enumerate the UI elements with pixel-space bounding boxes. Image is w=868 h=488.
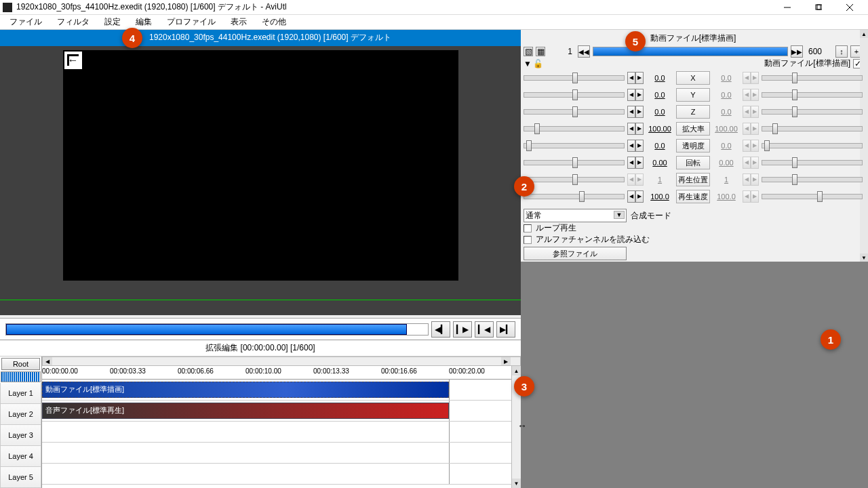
param-name-button[interactable]: 拡大率	[676, 122, 710, 136]
param-dec-l[interactable]: ◀	[627, 140, 635, 152]
root-button[interactable]: Root	[1, 358, 40, 370]
param-dec-l[interactable]: ◀	[627, 157, 635, 169]
param-slider-l[interactable]	[524, 109, 625, 115]
param-value-l[interactable]: 0.0	[646, 142, 673, 150]
param-name-button[interactable]: X	[676, 71, 710, 85]
param-value-r[interactable]: 0.0	[713, 108, 740, 116]
prev-frame-button[interactable]: ◀▎	[431, 321, 450, 338]
menu-file[interactable]: ファイル	[3, 15, 49, 29]
param-slider-l[interactable]	[524, 126, 625, 131]
param-inc-r[interactable]: ▶	[751, 106, 759, 118]
param-slider-l[interactable]	[524, 143, 625, 148]
alpha-checkbox[interactable]	[524, 236, 532, 244]
menu-settings[interactable]: 設定	[98, 15, 127, 29]
param-slider-r[interactable]	[762, 160, 863, 165]
menu-other[interactable]: その他	[255, 15, 293, 29]
param-dec-l[interactable]: ◀	[627, 190, 635, 203]
param-value-l[interactable]: 100.00	[646, 125, 673, 133]
param-slider-r[interactable]	[762, 92, 863, 98]
menu-filter[interactable]: フィルタ	[50, 15, 96, 29]
param-inc-l[interactable]: ▶	[635, 140, 644, 152]
track-row-4[interactable]	[42, 443, 521, 464]
param-inc-r[interactable]: ▶	[751, 190, 759, 203]
timeline-scroll-h[interactable]: ◀ ▶	[42, 357, 521, 366]
video-clip[interactable]: 動画ファイル[標準描画]	[42, 382, 449, 398]
param-value-l[interactable]: 100.0	[646, 192, 673, 201]
param-value-l[interactable]: 0.0	[646, 108, 673, 116]
frame-end[interactable]: 600	[806, 47, 833, 56]
layer-label-5[interactable]: Layer 5	[0, 467, 41, 488]
go-end-button[interactable]: ▶▎	[496, 321, 515, 338]
param-value-r[interactable]: 100.0	[713, 192, 740, 201]
param-inc-r[interactable]: ▶	[751, 89, 759, 101]
loop-checkbox[interactable]	[524, 224, 532, 232]
param-inc-l[interactable]: ▶	[635, 106, 644, 118]
param-slider-l[interactable]	[524, 75, 625, 81]
lock-icon[interactable]: 🔓	[533, 59, 543, 68]
param-slider-r[interactable]	[762, 75, 863, 81]
param-dec-r[interactable]: ◀	[743, 190, 751, 203]
param-inc-l[interactable]: ▶	[635, 89, 644, 101]
layer-label-3[interactable]: Layer 3	[0, 425, 41, 446]
param-inc-l[interactable]: ▶	[635, 190, 644, 203]
scroll-left-icon[interactable]: ◀	[43, 357, 52, 365]
param-name-button[interactable]: 再生速度	[676, 190, 710, 203]
param-inc-l[interactable]: ▶	[635, 157, 644, 169]
filter-toggle-icon[interactable]: ▧	[524, 47, 533, 56]
track-row-1[interactable]: 動画ファイル[標準描画]	[42, 380, 521, 401]
reference-file-button[interactable]: 参照ファイル	[524, 247, 627, 260]
menu-edit[interactable]: 編集	[129, 15, 159, 29]
layer-label-4[interactable]: Layer 4	[0, 446, 41, 467]
track-row-5[interactable]	[42, 464, 521, 485]
param-value-r[interactable]: 1	[713, 176, 740, 184]
param-dec-r[interactable]: ◀	[743, 174, 751, 186]
preview-video[interactable]: ←	[63, 50, 458, 281]
param-slider-r[interactable]	[762, 194, 863, 199]
param-dec-r[interactable]: ◀	[743, 72, 751, 84]
param-inc-l[interactable]: ▶	[635, 174, 644, 186]
frame-start[interactable]: 1	[548, 47, 575, 56]
minimize-button[interactable]	[772, 0, 803, 15]
param-value-l[interactable]: 1	[646, 176, 673, 184]
param-value-l[interactable]: 0.00	[646, 159, 673, 167]
timeline-zoom-slider[interactable]	[1, 371, 41, 382]
layer-label-1[interactable]: Layer 1	[0, 383, 41, 404]
frame-slider[interactable]	[593, 47, 788, 56]
param-name-button[interactable]: 透明度	[676, 139, 710, 152]
param-value-r[interactable]: 0.0	[713, 74, 740, 82]
param-inc-r[interactable]: ▶	[751, 157, 759, 169]
param-dec-r[interactable]: ◀	[743, 123, 751, 135]
audio-clip[interactable]: 音声ファイル[標準再生]	[42, 403, 449, 419]
track-row-2[interactable]: 音声ファイル[標準再生]	[42, 401, 521, 422]
panel-scroll-down-icon[interactable]: ▼	[860, 253, 868, 262]
param-slider-l[interactable]	[524, 92, 625, 98]
param-slider-l[interactable]	[524, 177, 625, 182]
param-inc-r[interactable]: ▶	[751, 72, 759, 84]
param-value-r[interactable]: 0.0	[713, 142, 740, 150]
timeline-ruler[interactable]: 00:00:00.00 00:00:03.33 00:00:06.66 00:0…	[42, 366, 521, 380]
param-dec-l[interactable]: ◀	[627, 106, 635, 118]
param-dec-r[interactable]: ◀	[743, 89, 751, 101]
param-dec-r[interactable]: ◀	[743, 106, 751, 118]
param-inc-l[interactable]: ▶	[635, 123, 644, 135]
param-dec-r[interactable]: ◀	[743, 140, 751, 152]
param-name-button[interactable]: Y	[676, 88, 710, 102]
param-value-r[interactable]: 0.0	[713, 91, 740, 99]
param-slider-r[interactable]	[762, 126, 863, 131]
param-inc-l[interactable]: ▶	[635, 72, 644, 84]
frame-next-button[interactable]: ▶▶	[791, 45, 803, 58]
param-slider-r[interactable]	[762, 109, 863, 115]
go-start-button[interactable]: ▎◀	[475, 321, 494, 338]
maximize-button[interactable]	[803, 0, 834, 15]
param-inc-r[interactable]: ▶	[751, 174, 759, 186]
menu-view[interactable]: 表示	[224, 15, 254, 29]
param-slider-l[interactable]	[524, 160, 625, 165]
param-value-l[interactable]: 0.0	[646, 91, 673, 99]
param-dec-l[interactable]: ◀	[627, 123, 635, 135]
param-value-r[interactable]: 100.00	[713, 125, 740, 133]
layer-label-2[interactable]: Layer 2	[0, 404, 41, 425]
filter-display-icon[interactable]: ▦	[536, 47, 545, 56]
blend-mode-select[interactable]: 通常	[524, 209, 627, 222]
param-dec-l[interactable]: ◀	[627, 174, 635, 186]
next-frame-button[interactable]: ▎▶	[453, 321, 472, 338]
